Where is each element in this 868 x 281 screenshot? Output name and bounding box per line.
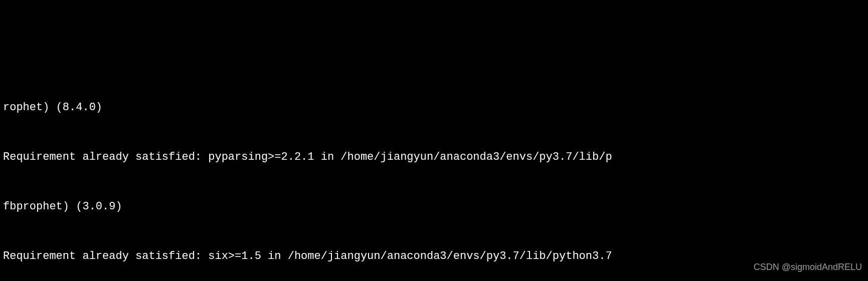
terminal-line: Requirement already satisfied: six>=1.5 … xyxy=(3,248,865,264)
terminal-line: rophet) (8.4.0) xyxy=(3,99,865,116)
terminal-line: fbprophet) (3.0.9) xyxy=(3,198,865,215)
csdn-watermark: CSDN @sigmoidAndRELU xyxy=(754,260,862,274)
terminal-output: rophet) (8.4.0) Requirement already sati… xyxy=(0,66,868,281)
terminal-line: Requirement already satisfied: pyparsing… xyxy=(3,149,865,165)
